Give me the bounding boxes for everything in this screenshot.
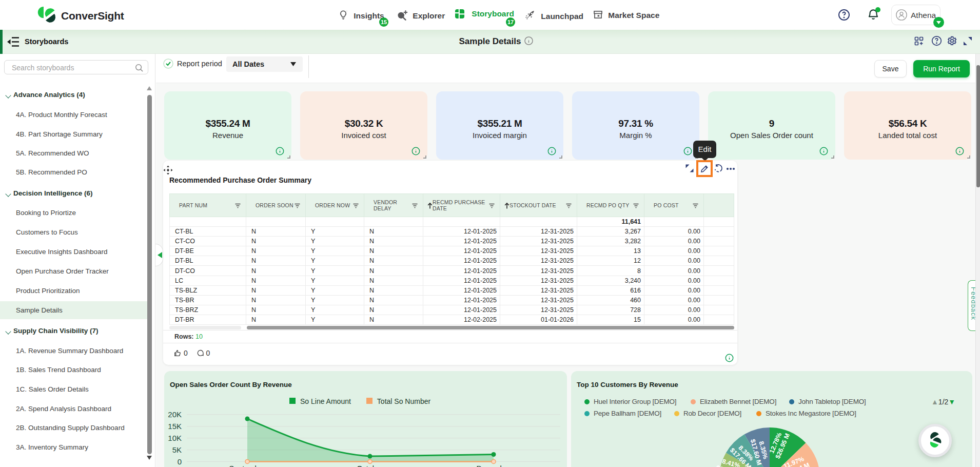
svg-text:5K: 5K — [172, 445, 182, 454]
svg-text:15K: 15K — [168, 422, 182, 431]
svg-text:20K: 20K — [168, 410, 182, 419]
svg-text:September: September — [229, 464, 266, 467]
svg-text:10K: 10K — [168, 434, 182, 442]
svg-text:October: October — [357, 464, 383, 467]
svg-text:December: December — [477, 464, 511, 467]
svg-text:0: 0 — [178, 457, 182, 466]
